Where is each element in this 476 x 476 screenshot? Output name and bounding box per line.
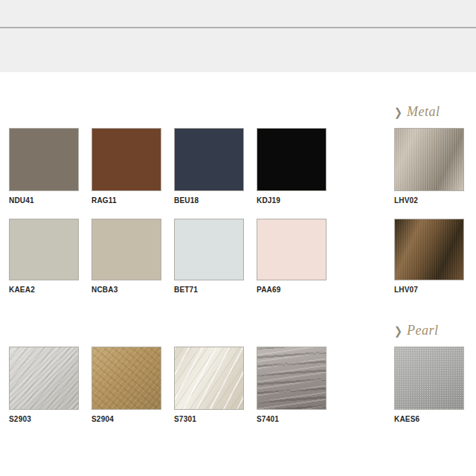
swatch-code-label: NDU41 [9,196,34,205]
swatch-BET71[interactable] [174,219,244,280]
swatch-S2903[interactable] [9,347,79,410]
swatch-KDJ19[interactable] [257,128,327,191]
swatch-NDU41[interactable] [9,128,79,191]
swatch-code-label: NCBA3 [91,286,118,294]
swatch-code-label: S2903 [9,415,31,423]
swatch-code-label: LHV07 [394,286,418,294]
swatch-catalog: ❯ Metal ❯ Pearl NDU41RAG11BEU18KDJ19KAEA… [0,0,476,476]
swatch-KAES6[interactable] [394,347,464,410]
swatch-code-label: S7301 [174,415,196,423]
section-heading-metal-label: Metal [407,104,440,120]
swatch-code-label: S7401 [257,415,279,423]
swatch-code-label: KAES6 [394,415,419,423]
swatch-code-label: KAEA2 [9,286,35,294]
swatch-S7301[interactable] [174,347,244,410]
swatch-LHV02[interactable] [394,128,464,191]
swatch-code-label: S2904 [91,415,114,423]
swatch-S2904[interactable] [91,347,161,410]
swatch-code-label: RAG11 [91,196,117,205]
swatch-RAG11[interactable] [91,128,161,191]
section-heading-metal: ❯ Metal [394,104,440,119]
section-heading-pearl: ❯ Pearl [394,323,438,338]
chevron-right-icon: ❯ [394,106,402,118]
swatch-code-label: PAA69 [257,286,281,294]
section-heading-pearl-label: Pearl [407,323,439,338]
swatch-BEU18[interactable] [174,128,244,191]
chevron-right-icon: ❯ [394,325,402,336]
swatch-code-label: BEU18 [174,196,199,205]
swatch-S7401[interactable] [257,347,327,410]
swatch-PAA69[interactable] [257,219,327,280]
swatch-LHV07[interactable] [394,219,464,280]
swatch-code-label: BET71 [174,286,198,294]
swatch-NCBA3[interactable] [91,219,161,280]
swatch-code-label: LHV02 [394,196,418,205]
swatch-code-label: KDJ19 [257,196,280,205]
swatch-KAEA2[interactable] [9,219,79,280]
